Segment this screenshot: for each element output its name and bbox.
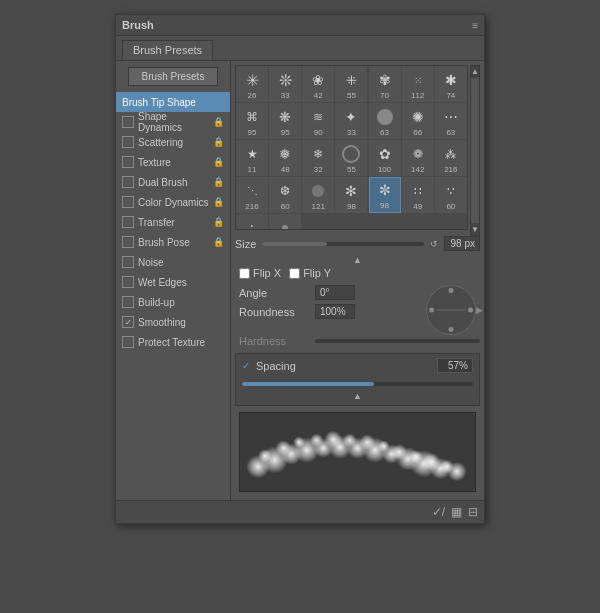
- brush-cell-70[interactable]: ✾70: [369, 66, 401, 102]
- sidebar-item-scattering[interactable]: Scattering 🔒: [116, 132, 230, 152]
- flip-x-label[interactable]: Flip X: [239, 267, 281, 279]
- sidebar-item-build-up[interactable]: Build-up: [116, 292, 230, 312]
- brush-icon-leaf: ❀: [307, 69, 329, 91]
- color-dynamics-checkbox[interactable]: [122, 196, 134, 208]
- brush-icon-scatter8: ∴: [241, 217, 263, 230]
- texture-checkbox[interactable]: [122, 156, 134, 168]
- sidebar-item-protect-texture[interactable]: Protect Texture: [116, 332, 230, 352]
- brush-cell-63b[interactable]: ⋯63: [435, 103, 467, 139]
- brush-cell-55[interactable]: ⁜55: [335, 66, 367, 102]
- sidebar-item-transfer[interactable]: Transfer 🔒: [116, 212, 230, 232]
- spacing-checkbox-wrapper[interactable]: ✓: [242, 360, 250, 371]
- sidebar-item-noise[interactable]: Noise: [116, 252, 230, 272]
- brush-cell-95a[interactable]: ⌘95: [236, 103, 268, 139]
- brush-cell-32[interactable]: ❄32: [302, 140, 334, 176]
- dual-brush-checkbox[interactable]: [122, 176, 134, 188]
- tab-brush-presets[interactable]: Brush Presets: [122, 40, 213, 60]
- brush-cell-11[interactable]: ★11: [236, 140, 268, 176]
- size-value[interactable]: 98 px: [444, 236, 480, 251]
- smoothing-checkbox[interactable]: [122, 316, 134, 328]
- protect-texture-checkbox[interactable]: [122, 336, 134, 348]
- brush-icon-blade: ⋯: [440, 106, 462, 128]
- panel-titlebar: Brush ≡: [116, 15, 484, 36]
- sidebar-item-color-dynamics[interactable]: Color Dynamics 🔒: [116, 192, 230, 212]
- angle-dial[interactable]: ▶: [426, 285, 476, 335]
- brush-cell-98a[interactable]: ✻98: [335, 177, 367, 213]
- bottom-grid-icon[interactable]: ▦: [451, 505, 462, 519]
- brush-icon-dots: ⁙: [407, 69, 429, 91]
- sidebar-item-brush-pose[interactable]: Brush Pose 🔒: [116, 232, 230, 252]
- brush-cell-33[interactable]: ❊33: [269, 66, 301, 102]
- sidebar-item-texture[interactable]: Texture 🔒: [116, 152, 230, 172]
- size-reset-icon[interactable]: ↺: [430, 239, 438, 249]
- flip-y-checkbox[interactable]: [289, 268, 300, 279]
- size-arrow-up: ▲: [235, 255, 480, 265]
- brush-grid-scrollbar[interactable]: ▲ ▼: [470, 65, 480, 236]
- sidebar-item-wet-edges[interactable]: Wet Edges: [116, 272, 230, 292]
- brush-cell-98b-selected[interactable]: ✼98: [369, 177, 401, 213]
- spacing-value[interactable]: 57%: [437, 358, 473, 373]
- build-up-checkbox[interactable]: [122, 296, 134, 308]
- panel-controls: ≡: [472, 20, 478, 31]
- brush-cell-216b[interactable]: ⋱216: [236, 177, 268, 213]
- wet-edges-checkbox[interactable]: [122, 276, 134, 288]
- brush-cell-4[interactable]: 4: [269, 214, 301, 230]
- brush-presets-button[interactable]: Brush Presets: [128, 67, 218, 86]
- brush-cell-42[interactable]: ❀42: [302, 66, 334, 102]
- flip-y-label[interactable]: Flip Y: [289, 267, 331, 279]
- brush-icon-scatter2: ✦: [340, 106, 362, 128]
- brush-cell-49[interactable]: ∷49: [402, 177, 434, 213]
- brush-pose-checkbox[interactable]: [122, 236, 134, 248]
- sidebar-item-smoothing[interactable]: Smoothing: [116, 312, 230, 332]
- brush-cell-100[interactable]: ✿100: [369, 140, 401, 176]
- angle-input[interactable]: [315, 285, 355, 300]
- flip-x-text: Flip X: [253, 267, 281, 279]
- noise-checkbox[interactable]: [122, 256, 134, 268]
- bottom-trash-icon[interactable]: ⊟: [468, 505, 478, 519]
- scrollbar-down[interactable]: ▼: [470, 224, 480, 235]
- bottom-check-icon[interactable]: ✓/: [432, 505, 445, 519]
- svg-point-27: [423, 453, 441, 471]
- size-slider[interactable]: [262, 242, 424, 246]
- brush-num-100: 100: [378, 166, 391, 174]
- sidebar-item-brush-tip-shape[interactable]: Brush Tip Shape: [116, 92, 230, 112]
- brush-cell-142[interactable]: ❁142: [402, 140, 434, 176]
- hardness-row: Hardness: [235, 335, 480, 347]
- brush-icon-flower2: ❁: [407, 143, 429, 165]
- sidebar-item-shape-dynamics[interactable]: Shape Dynamics 🔒: [116, 112, 230, 132]
- brush-cell-95b[interactable]: ❋95: [269, 103, 301, 139]
- left-props: Angle Roundness: [235, 285, 416, 335]
- brush-cell-66[interactable]: ✺66: [402, 103, 434, 139]
- brush-cell-60a[interactable]: ❆60: [269, 177, 301, 213]
- dial-dot-left: [429, 308, 434, 313]
- brush-cell-90[interactable]: ≋90: [302, 103, 334, 139]
- brush-icon-grass2: ❋: [274, 106, 296, 128]
- brush-cell-121[interactable]: 121: [302, 177, 334, 213]
- flip-x-checkbox[interactable]: [239, 268, 250, 279]
- sidebar-item-dual-brush[interactable]: Dual Brush 🔒: [116, 172, 230, 192]
- brush-cell-63[interactable]: 63: [369, 103, 401, 139]
- scrollbar-track: [471, 78, 479, 223]
- brush-panel: Brush ≡ Brush Presets Brush Presets Brus…: [115, 14, 485, 524]
- spacing-label: Spacing: [256, 360, 431, 372]
- roundness-input[interactable]: [315, 304, 355, 319]
- hardness-slider[interactable]: [315, 339, 480, 343]
- panel-menu-icon[interactable]: ≡: [472, 20, 478, 31]
- brush-cell-55b[interactable]: 55: [335, 140, 367, 176]
- brush-icon-flower3: ✻: [340, 180, 362, 202]
- scrollbar-up[interactable]: ▲: [470, 66, 480, 77]
- svg-point-23: [359, 434, 375, 450]
- transfer-checkbox[interactable]: [122, 216, 134, 228]
- brush-cell-74[interactable]: ✱74: [435, 66, 467, 102]
- spacing-slider-container[interactable]: [242, 377, 473, 391]
- brush-cell-26[interactable]: ✳26: [236, 66, 268, 102]
- brush-cell-33b[interactable]: ✦33: [335, 103, 367, 139]
- brush-cell-216a[interactable]: ⁂216: [435, 140, 467, 176]
- brush-cell-88[interactable]: ∴88: [236, 214, 268, 230]
- scattering-checkbox[interactable]: [122, 136, 134, 148]
- brush-cell-112[interactable]: ⁙112: [402, 66, 434, 102]
- shape-dynamics-checkbox[interactable]: [122, 116, 134, 128]
- brush-cell-48[interactable]: ❅48: [269, 140, 301, 176]
- sidebar: Brush Presets Brush Tip Shape Shape Dyna…: [116, 61, 231, 500]
- brush-cell-60b[interactable]: ∵60: [435, 177, 467, 213]
